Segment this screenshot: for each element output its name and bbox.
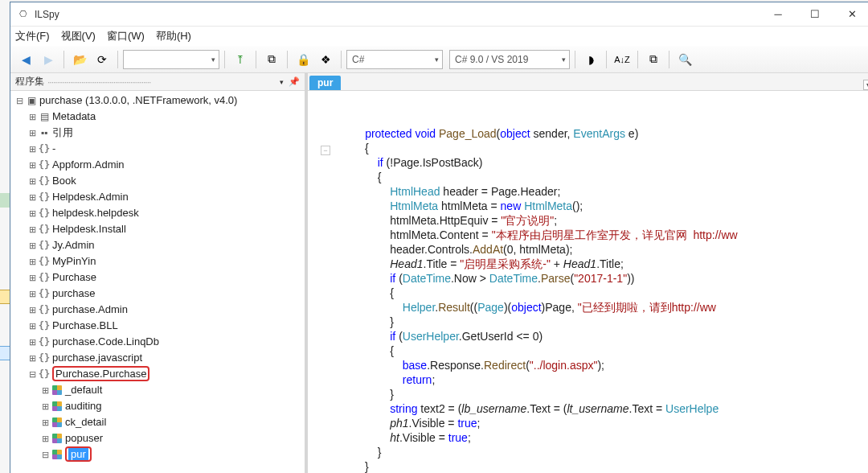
tree-node[interactable]: ⊞{}purchase.javascript xyxy=(14,350,305,366)
language-combo[interactable]: C#▾ xyxy=(346,50,443,69)
menu-help[interactable]: 帮助(H) xyxy=(156,29,191,43)
tree-node-label: helpdesk.helpdesk xyxy=(52,205,139,221)
theme-toggle-button[interactable]: ◗ xyxy=(580,49,601,70)
menu-file[interactable]: 文件(F) xyxy=(15,29,50,43)
refresh-button[interactable]: ⟳ xyxy=(92,49,113,70)
tree-node-label: Appform.Admin xyxy=(52,157,125,173)
tree-header-dropdown-icon[interactable]: ▾ xyxy=(280,78,284,86)
tree-node[interactable]: ⊞{}helpdesk.helpdesk xyxy=(14,205,305,221)
maximize-button[interactable]: ☐ xyxy=(796,2,833,27)
tree-node[interactable]: ⊞{}Appform.Admin xyxy=(14,157,305,173)
menu-view[interactable]: 视图(V) xyxy=(61,29,96,43)
tab-overflow-button[interactable]: ▾ xyxy=(863,80,868,90)
tree-node-label: ck_detail xyxy=(65,414,106,430)
expand-toggle[interactable]: ⊞ xyxy=(27,350,38,366)
expand-toggle[interactable]: ⊞ xyxy=(27,205,38,221)
expand-toggle[interactable]: ⊞ xyxy=(39,430,51,446)
expand-toggle[interactable]: ⊟ xyxy=(14,93,25,109)
expand-toggle[interactable]: ⊞ xyxy=(39,414,51,430)
expand-toggle[interactable]: ⊞ xyxy=(27,189,38,205)
collapse-all-button[interactable]: ⤒ xyxy=(230,49,251,70)
tree-node[interactable]: ⊞{}purchase.Code.LinqDb xyxy=(14,334,305,350)
tree-node[interactable]: ⊞{}Jy.Admin xyxy=(14,237,305,253)
namespace-icon: {} xyxy=(38,269,51,286)
tree-node-label: pur xyxy=(65,446,92,463)
tree-node-label: purchase.javascript xyxy=(52,350,142,366)
show-baseclass-button[interactable]: ❖ xyxy=(315,49,336,70)
tree-node[interactable]: ⊞{}Helpdesk.Install xyxy=(14,221,305,237)
tree-node[interactable]: ⊞_default xyxy=(14,382,305,398)
tree-node[interactable]: ⊟{}Purchase.Purchase xyxy=(14,366,305,382)
tree-header[interactable]: 程序集 ····································… xyxy=(10,73,305,91)
class-icon xyxy=(51,385,63,395)
tree-node[interactable]: ⊞{}purchase.Admin xyxy=(14,302,305,318)
sort-button[interactable]: A↓Z xyxy=(612,49,633,70)
tree-node-label: Purchase.BLL xyxy=(52,318,118,334)
expand-toggle[interactable]: ⊞ xyxy=(27,334,38,350)
active-tab[interactable]: pur xyxy=(309,76,341,90)
tree-node[interactable]: ⊞▤Metadata xyxy=(14,109,305,125)
expand-toggle[interactable]: ⊞ xyxy=(27,318,38,334)
tree-node[interactable]: ⊞{}Purchase.BLL xyxy=(14,318,305,334)
titlebar[interactable]: ⎔ ILSpy ─ ☐ ✕ xyxy=(10,2,868,27)
expand-toggle[interactable]: ⊞ xyxy=(27,157,38,173)
close-button[interactable]: ✕ xyxy=(833,2,868,27)
expand-toggle[interactable]: ⊞ xyxy=(27,221,38,237)
namespace-icon: {} xyxy=(38,302,51,318)
expand-toggle[interactable]: ⊞ xyxy=(27,302,38,318)
class-icon xyxy=(51,401,63,411)
expand-toggle[interactable]: ⊞ xyxy=(27,253,38,269)
expand-toggle[interactable]: ⊞ xyxy=(27,173,38,189)
expand-toggle[interactable]: ⊞ xyxy=(27,125,38,141)
expand-toggle[interactable]: ⊞ xyxy=(27,237,38,253)
references-icon: ▪▪ xyxy=(38,125,51,141)
nav-forward-button[interactable]: ▶ xyxy=(38,49,59,70)
expand-toggle[interactable]: ⊞ xyxy=(27,141,38,157)
expand-toggle[interactable]: ⊟ xyxy=(27,366,38,382)
namespace-icon: {} xyxy=(38,157,51,173)
minimize-button[interactable]: ─ xyxy=(760,2,796,27)
namespace-icon: {} xyxy=(38,189,51,205)
version-combo[interactable]: C# 9.0 / VS 2019▾ xyxy=(449,50,570,69)
show-internal-button[interactable]: 🔒 xyxy=(293,49,313,70)
expand-toggle[interactable]: ⊟ xyxy=(39,446,51,463)
nav-back-button[interactable]: ◀ xyxy=(15,49,36,70)
tree-node[interactable]: ⊞ck_detail xyxy=(14,414,305,430)
expand-toggle[interactable]: ⊞ xyxy=(39,398,51,414)
tree-node[interactable]: ⊞{}- xyxy=(14,141,305,157)
tree-node-label: Helpdesk.Admin xyxy=(52,189,129,205)
expand-toggle[interactable]: ⊞ xyxy=(27,109,38,125)
expand-toggle[interactable]: ⊞ xyxy=(39,382,51,398)
search-button[interactable]: 🔍 xyxy=(674,49,695,70)
app-window: ⎔ ILSpy ─ ☐ ✕ 文件(F) 视图(V) 窗口(W) 帮助(H) ◀ … xyxy=(10,2,868,473)
tree-node[interactable]: ⊟pur xyxy=(14,446,305,463)
pin-icon[interactable]: 📌 xyxy=(289,76,300,87)
tree-node[interactable]: ⊞{}Book xyxy=(14,173,305,189)
tree-node-label: Purchase.Purchase xyxy=(52,366,149,382)
namespace-icon: {} xyxy=(38,286,51,302)
namespace-icon: {} xyxy=(38,334,51,350)
menu-window[interactable]: 窗口(W) xyxy=(107,29,145,43)
tree-node-label: 引用 xyxy=(52,125,73,141)
search-combo[interactable]: ▾ xyxy=(123,50,219,69)
tree-node[interactable]: ⊞{}purchase xyxy=(14,286,305,302)
tree-node[interactable]: ⊟▣purchase (13.0.0.0, .NETFramework, v4.… xyxy=(14,93,305,109)
tree-node[interactable]: ⊞{}Helpdesk.Admin xyxy=(14,189,305,205)
namespace-icon: {} xyxy=(38,350,51,366)
code-pane: pur ▾ − protected void Page_Load(object … xyxy=(308,73,868,473)
tree-node-label: purchase xyxy=(52,286,95,302)
code-viewer[interactable]: − protected void Page_Load(object sender… xyxy=(308,91,868,473)
new-tab-button[interactable]: ⧉ xyxy=(643,49,664,70)
tree-node[interactable]: ⊞{}MyPinYin xyxy=(14,253,305,269)
show-private-button[interactable]: ⧉ xyxy=(261,49,282,70)
tree-header-label: 程序集 xyxy=(15,75,44,88)
assembly-tree[interactable]: ⊟▣purchase (13.0.0.0, .NETFramework, v4.… xyxy=(10,91,305,473)
expand-toggle[interactable]: ⊞ xyxy=(27,286,38,302)
tree-node[interactable]: ⊞▪▪引用 xyxy=(14,125,305,141)
tree-node-label: - xyxy=(52,141,55,157)
tree-node[interactable]: ⊞popuser xyxy=(14,430,305,446)
tree-node[interactable]: ⊞{}Purchase xyxy=(14,269,305,286)
expand-toggle[interactable]: ⊞ xyxy=(27,269,38,286)
open-button[interactable]: 📂 xyxy=(69,49,90,70)
tree-node[interactable]: ⊞auditing xyxy=(14,398,305,414)
